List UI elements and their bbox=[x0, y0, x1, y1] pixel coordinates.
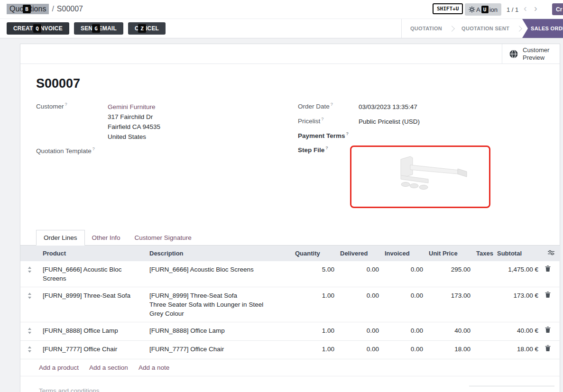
order-date-value[interactable]: 03/03/2023 13:35:47 bbox=[359, 102, 417, 112]
quotation-template-label: Quotation Template? bbox=[36, 146, 108, 155]
tab-customer-signature[interactable]: Customer Signature bbox=[128, 230, 199, 245]
column-header-quantity[interactable]: Quantity bbox=[292, 246, 337, 261]
sheet-header: Customer Preview bbox=[20, 44, 560, 64]
cell-description[interactable]: [FURN_7777] Office Chair bbox=[147, 340, 292, 359]
cell-description[interactable]: [FURN_8999] Three-Seat Sofa Three Seater… bbox=[147, 287, 292, 322]
order-date-field-row: Order Date? 03/03/2023 13:35:47 bbox=[298, 102, 550, 112]
cell-product[interactable]: [FURN_8999] Three-Seat Sofa bbox=[38, 287, 147, 322]
terms-and-conditions-input[interactable]: Terms and conditions... bbox=[39, 387, 105, 392]
quotation-template-field-row: Quotation Template? bbox=[36, 146, 298, 155]
cell-taxes[interactable] bbox=[473, 261, 494, 287]
step-file-image[interactable] bbox=[350, 146, 490, 208]
cell-product[interactable]: [FURN_7777] Office Chair bbox=[38, 340, 147, 359]
hint-badge-create-invoice: Q bbox=[33, 24, 41, 33]
status-step-sales-order-active[interactable]: SALES ORDER bbox=[522, 19, 563, 38]
status-step-quotation-sent[interactable]: QUOTATION SENT bbox=[455, 26, 516, 31]
cell-quantity[interactable]: 1.00 bbox=[292, 340, 337, 359]
description-name: [FURN_8999] Three-Seat Sofa bbox=[149, 291, 289, 300]
customer-address-line: United States bbox=[108, 133, 146, 140]
column-header-taxes[interactable]: Taxes bbox=[473, 246, 494, 261]
odoo-sales-order-page: { "breadcrumb": { "section": "Quotations… bbox=[0, 0, 563, 392]
cell-product[interactable]: [FURN_8888] Office Lamp bbox=[38, 322, 147, 340]
action-hint-badge: U bbox=[481, 6, 489, 13]
sheet-body: S00007 Customer? Gemini Furniture 317 Fa… bbox=[20, 76, 560, 392]
order-line-row[interactable]: [FURN_8888] Office Lamp [FURN_8888] Offi… bbox=[20, 322, 561, 340]
cell-delivered[interactable]: 0.00 bbox=[337, 287, 382, 322]
tab-order-lines[interactable]: Order Lines bbox=[36, 230, 85, 246]
order-line-row[interactable]: [FURN_8999] Three-Seat Sofa [FURN_8999] … bbox=[20, 287, 561, 322]
record-sheet: Customer Preview S00007 Customer? Gemini… bbox=[20, 44, 560, 392]
column-header-subtotal[interactable]: Subtotal bbox=[494, 246, 541, 261]
step-file-field-row: Step File? bbox=[298, 146, 550, 208]
status-separator-icon bbox=[449, 26, 455, 32]
top-navigation-bar: Quotations / S00007 SHIFT+U A U ion 1 / … bbox=[0, 0, 563, 19]
column-header-unit-price[interactable]: Unit Price bbox=[426, 246, 473, 261]
cell-invoiced[interactable]: 0.00 bbox=[382, 261, 426, 287]
order-line-row[interactable]: [FURN_7777] Office Chair [FURN_7777] Off… bbox=[20, 340, 561, 359]
help-icon: ? bbox=[65, 102, 67, 107]
cell-quantity[interactable]: 1.00 bbox=[292, 287, 337, 322]
cell-description[interactable]: [FURN_8888] Office Lamp bbox=[147, 322, 292, 340]
cancel-button[interactable]: CANCEL bbox=[128, 22, 166, 35]
cell-delivered[interactable]: 0.00 bbox=[337, 340, 382, 359]
order-line-row[interactable]: [FURN_6666] Acoustic Bloc Screens [FURN_… bbox=[20, 261, 561, 287]
cell-taxes[interactable] bbox=[473, 287, 494, 322]
pricelist-value[interactable]: Public Pricelist (USD) bbox=[359, 117, 420, 127]
column-header-product[interactable]: Product bbox=[38, 246, 147, 261]
form-view-content: Customer Preview S00007 Customer? Gemini… bbox=[0, 38, 563, 392]
cell-invoiced[interactable]: 0.00 bbox=[382, 322, 426, 340]
cell-quantity[interactable]: 1.00 bbox=[292, 322, 337, 340]
cell-quantity[interactable]: 5.00 bbox=[292, 261, 337, 287]
delete-row-icon[interactable] bbox=[541, 261, 561, 287]
delete-row-icon[interactable] bbox=[541, 340, 561, 359]
delete-row-icon[interactable] bbox=[541, 287, 561, 322]
order-lines-table: Product Description Quantity Delivered I… bbox=[20, 246, 561, 359]
action-menu-button[interactable]: A U ion bbox=[465, 3, 501, 16]
column-header-delivered[interactable]: Delivered bbox=[337, 246, 382, 261]
cell-unit-price[interactable]: 40.00 bbox=[426, 322, 473, 340]
cell-delivered[interactable]: 0.00 bbox=[337, 322, 382, 340]
column-header-description[interactable]: Description bbox=[147, 246, 292, 261]
cell-delivered[interactable]: 0.00 bbox=[337, 261, 382, 287]
corner-button[interactable]: Cr bbox=[552, 3, 563, 15]
delete-row-icon[interactable] bbox=[541, 322, 561, 340]
hint-badge-send-email: G bbox=[92, 24, 100, 33]
list-footer-links: Add a product Add a section Add a note bbox=[20, 359, 560, 376]
payment-terms-label: Payment Terms? bbox=[298, 131, 359, 139]
tab-other-info[interactable]: Other Info bbox=[85, 230, 128, 245]
cell-taxes[interactable] bbox=[473, 340, 494, 359]
customer-name-link[interactable]: Gemini Furniture bbox=[108, 103, 156, 110]
drag-handle-icon[interactable] bbox=[20, 261, 38, 287]
cell-unit-price[interactable]: 173.00 bbox=[426, 287, 473, 322]
description-variant-note: Three Seater Sofa with Lounger in Steel … bbox=[149, 300, 268, 318]
breadcrumb-separator: / bbox=[52, 5, 54, 13]
column-header-invoiced[interactable]: Invoiced bbox=[382, 246, 426, 261]
optional-columns-icon[interactable] bbox=[541, 246, 561, 261]
cell-taxes[interactable] bbox=[473, 322, 494, 340]
action-label-post: ion bbox=[489, 6, 498, 13]
cell-invoiced[interactable]: 0.00 bbox=[382, 287, 426, 322]
cell-product[interactable]: [FURN_6666] Acoustic Bloc Screens bbox=[38, 261, 147, 287]
cell-subtotal: 173.00 € bbox=[494, 287, 541, 322]
cell-description[interactable]: [FURN_6666] Acoustic Bloc Screens bbox=[147, 261, 292, 287]
cell-subtotal: 40.00 € bbox=[494, 322, 541, 340]
help-icon: ? bbox=[92, 146, 95, 151]
add-a-product-link[interactable]: Add a product bbox=[39, 364, 79, 371]
status-separator-icon bbox=[516, 26, 522, 32]
pager-next-icon[interactable]: › bbox=[534, 3, 537, 14]
totals-block: Total: 1,706.00 € bbox=[469, 386, 554, 392]
status-step-quotation[interactable]: QUOTATION bbox=[404, 26, 449, 31]
drag-handle-icon[interactable] bbox=[20, 340, 38, 359]
keyboard-shortcut-badge: SHIFT+U bbox=[433, 3, 463, 14]
customer-preview-button[interactable]: Customer Preview bbox=[502, 44, 560, 64]
customer-field-value: Gemini Furniture 317 Fairchild Dr Fairfi… bbox=[108, 102, 160, 142]
cell-unit-price[interactable]: 18.00 bbox=[426, 340, 473, 359]
cell-invoiced[interactable]: 0.00 bbox=[382, 340, 426, 359]
drag-handle-icon[interactable] bbox=[20, 322, 38, 340]
add-a-section-link[interactable]: Add a section bbox=[89, 364, 128, 371]
customer-field-row: Customer? Gemini Furniture 317 Fairchild… bbox=[36, 102, 298, 142]
drag-handle-icon[interactable] bbox=[20, 287, 38, 322]
pager-previous-icon[interactable]: ‹ bbox=[524, 3, 527, 14]
cell-unit-price[interactable]: 295.00 bbox=[426, 261, 473, 287]
add-a-note-link[interactable]: Add a note bbox=[138, 364, 169, 371]
